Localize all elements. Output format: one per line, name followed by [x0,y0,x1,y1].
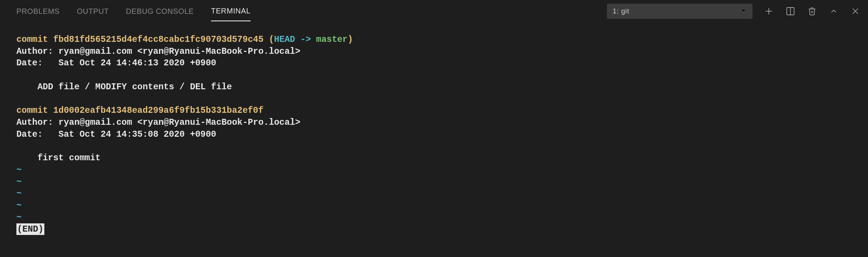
head-ref: HEAD -> [274,34,316,44]
author-line: Author: ryan@gmail.com <ryan@Ryanui-MacB… [16,46,301,56]
date-line: Date: Sat Oct 24 14:46:13 2020 +0900 [16,58,216,68]
commit-message: first commit [16,153,101,163]
pager-tilde: ~ [16,165,22,175]
tab-output[interactable]: OUTPUT [77,2,109,21]
author-line: Author: ryan@gmail.com <ryan@Ryanui-MacB… [16,117,301,127]
pager-end: (END) [16,223,44,235]
tab-terminal[interactable]: TERMINAL [211,1,251,21]
terminal-selector-label: 1: git [613,7,629,15]
kill-terminal-button[interactable] [807,6,817,16]
commit-message: ADD file / MODIFY contents / DEL file [16,82,232,92]
commit-hash: fbd81fd565215d4ef4cc8cabc1fc90703d579c45 [53,34,264,44]
maximize-panel-button[interactable] [828,6,839,16]
branch-ref: master [316,34,348,44]
pager-tilde: ~ [16,188,22,198]
commit-keyword: commit [16,34,53,44]
terminal-selector-dropdown[interactable]: 1: git [607,4,752,19]
ref-open: ( [264,34,274,44]
tab-problems[interactable]: PROBLEMS [16,2,60,21]
date-line: Date: Sat Oct 24 14:35:08 2020 +0900 [16,129,216,139]
commit-keyword: commit [16,105,53,115]
tab-debug-console[interactable]: DEBUG CONSOLE [126,2,194,21]
pager-tilde: ~ [16,212,22,222]
pager-tilde: ~ [16,200,22,210]
close-panel-button[interactable] [850,6,861,16]
panel-tabbar: PROBLEMS OUTPUT DEBUG CONSOLE TERMINAL 1… [0,0,868,22]
split-terminal-button[interactable] [785,6,796,16]
commit-hash: 1d0002eafb41348ead299a6f9fb15b331ba2ef0f [53,105,264,115]
panel-actions: 1: git [607,4,861,19]
chevron-down-icon [740,7,747,16]
ref-close: ) [347,34,353,44]
pager-tilde: ~ [16,177,22,187]
terminal-output[interactable]: commit fbd81fd565215d4ef4cc8cabc1fc90703… [0,22,868,257]
new-terminal-button[interactable] [764,6,774,16]
